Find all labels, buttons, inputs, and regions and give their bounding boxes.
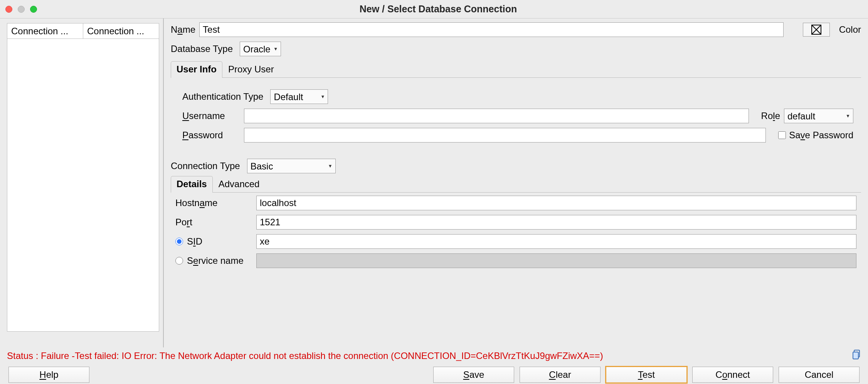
connection-type-label: Connection Type [171, 161, 240, 171]
connections-table-body[interactable] [7, 39, 159, 332]
name-label: Name [171, 24, 195, 35]
hostname-row: Hostname [175, 196, 856, 210]
service-name-input [256, 253, 856, 268]
name-input[interactable] [199, 22, 784, 37]
details-tabset: Details Advanced [171, 176, 861, 193]
role-label: Role [761, 111, 780, 121]
hostname-label: Hostname [175, 198, 217, 208]
sid-input[interactable] [256, 234, 856, 249]
connections-table: Connection ... Connection ... [7, 23, 159, 39]
save-password-checkbox[interactable] [778, 131, 786, 139]
status-bar: Status : Failure -Test failed: IO Error:… [0, 347, 868, 363]
window-title: New / Select Database Connection [14, 3, 863, 15]
service-name-row: Service name [175, 253, 856, 268]
clear-button[interactable]: Clear [520, 367, 601, 383]
window-close-icon[interactable] [5, 6, 12, 13]
port-row: Port [175, 215, 856, 230]
test-button[interactable]: Test [606, 367, 687, 383]
sid-radio[interactable] [175, 238, 183, 245]
port-input[interactable] [256, 215, 856, 230]
details-pane: Hostname Port SID [171, 193, 861, 277]
database-type-row: Database Type Oracle [171, 42, 861, 56]
database-type-select[interactable]: Oracle [240, 42, 281, 56]
sid-label: SID [187, 236, 202, 247]
copy-status-icon[interactable] [853, 350, 861, 362]
tab-advanced[interactable]: Advanced [213, 176, 266, 193]
connection-type-row: Connection Type Basic [171, 159, 861, 173]
svg-rect-4 [853, 352, 858, 359]
service-name-label: Service name [187, 255, 244, 266]
dialog-footer: Help Save Clear Test Connect Cancel [0, 363, 868, 384]
tab-proxy-user[interactable]: Proxy User [222, 61, 280, 78]
password-row: Password Save Password [182, 128, 853, 143]
password-input[interactable] [244, 128, 766, 143]
tab-user-info[interactable]: User Info [171, 61, 222, 78]
database-type-label: Database Type [171, 44, 233, 54]
titlebar: New / Select Database Connection [0, 0, 868, 18]
color-picker-button[interactable] [803, 23, 830, 37]
username-input[interactable] [244, 109, 749, 123]
username-label: Username [182, 111, 225, 121]
connect-button[interactable]: Connect [692, 367, 773, 383]
username-row: Username Role default [182, 109, 853, 123]
color-swatch-icon [811, 25, 821, 35]
auth-type-row: Authentication Type Default [182, 89, 853, 104]
cancel-button[interactable]: Cancel [779, 367, 860, 383]
auth-type-label: Authentication Type [182, 91, 263, 102]
user-info-pane: Authentication Type Default Username Rol… [171, 78, 861, 156]
save-button[interactable]: Save [433, 367, 514, 383]
connection-form: Name Color Database Type Oracle [164, 18, 868, 347]
port-label: Port [175, 217, 192, 228]
status-text: Status : Failure -Test failed: IO Error:… [7, 350, 603, 361]
tab-details[interactable]: Details [171, 176, 213, 193]
password-label: Password [182, 130, 223, 140]
service-name-radio[interactable] [175, 257, 183, 265]
auth-tabset: User Info Proxy User [171, 61, 861, 78]
hostname-input[interactable] [256, 196, 856, 210]
sid-row: SID [175, 234, 856, 249]
connections-col-0[interactable]: Connection ... [7, 23, 83, 39]
role-select[interactable]: default [784, 109, 853, 123]
color-label: Color [839, 24, 861, 35]
connections-col-1[interactable]: Connection ... [83, 23, 159, 39]
connections-sidebar: Connection ... Connection ... [0, 18, 164, 347]
connection-type-select[interactable]: Basic [247, 159, 336, 173]
help-button[interactable]: Help [8, 367, 89, 383]
auth-type-select[interactable]: Default [270, 89, 328, 104]
save-password-label[interactable]: Save Password [778, 130, 853, 141]
dialog-body: Connection ... Connection ... Name Color [0, 18, 868, 347]
name-row: Name Color [171, 22, 861, 37]
